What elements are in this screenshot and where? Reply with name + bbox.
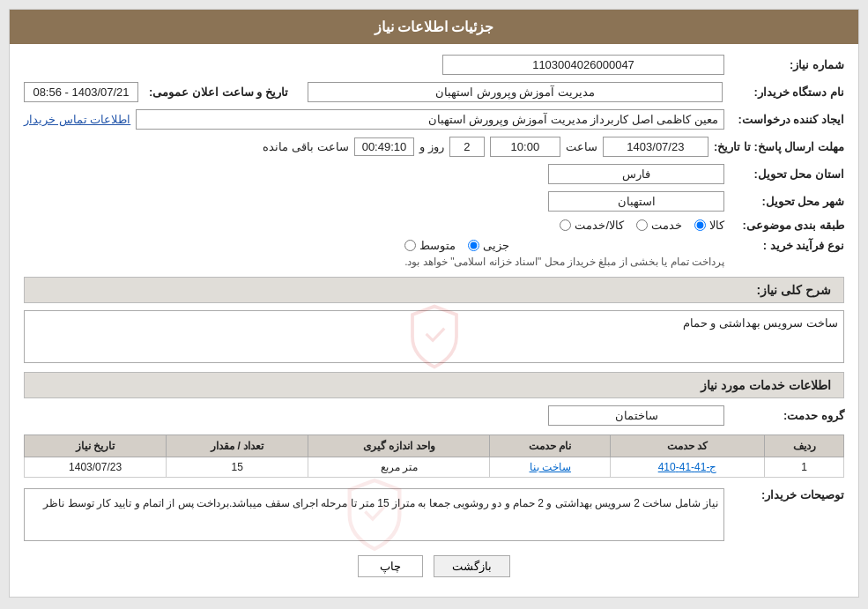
category-option-khadamat-label: خدمت bbox=[651, 219, 682, 232]
category-radio-kala-khadamat[interactable] bbox=[560, 219, 571, 231]
response-remaining-label: ساعت باقی مانده bbox=[263, 140, 348, 153]
cell-row-num: 1 bbox=[765, 457, 844, 478]
services-table: ردیف کد حدمت نام حدمت واحد اندازه گیری ت… bbox=[24, 434, 844, 478]
col-row-num: ردیف bbox=[765, 435, 844, 457]
category-radio-kala[interactable] bbox=[694, 219, 706, 231]
response-days: 2 bbox=[449, 137, 485, 157]
buyer-org-label: نام دستگاه خریدار: bbox=[730, 85, 844, 99]
category-label: طبقه بندی موضوعی: bbox=[730, 219, 844, 232]
response-days-label: روز و bbox=[419, 140, 444, 153]
service-group-label: گروه حدمت: bbox=[730, 409, 844, 422]
category-option-kala-label: کالا bbox=[709, 219, 724, 232]
category-option-kala-khadamat[interactable]: کالا/خدمت bbox=[560, 219, 624, 232]
service-group-value: ساختمان bbox=[548, 405, 724, 426]
purchase-type-medium-label: متوسط bbox=[419, 239, 456, 252]
purchase-type-radio-medium[interactable] bbox=[404, 240, 416, 251]
city-value: استهبان bbox=[548, 191, 724, 212]
cell-service-name[interactable]: ساخت بنا bbox=[490, 457, 611, 478]
back-button[interactable]: بازگشت bbox=[434, 555, 510, 577]
purchase-type-medium[interactable]: متوسط bbox=[404, 239, 456, 252]
announce-date-label: تاریخ و ساعت اعلان عمومی: bbox=[149, 85, 288, 99]
table-row: 1 ج-41-41-410 ساخت بنا متر مربع 15 1403/… bbox=[25, 457, 844, 478]
cell-service-code[interactable]: ج-41-41-410 bbox=[611, 457, 765, 478]
city-label: شهر محل تحویل: bbox=[730, 195, 844, 208]
category-option-khadamat[interactable]: خدمت bbox=[636, 219, 682, 232]
general-description-value: ساخت سرویس بهداشتی و حمام bbox=[683, 316, 838, 330]
col-date: تاریخ نیاز bbox=[25, 435, 167, 457]
need-number-label: شماره نیاز: bbox=[730, 58, 844, 71]
col-service-code: کد حدمت bbox=[611, 435, 765, 457]
creator-value: معین کاظمی اصل کاربرداز مدیریت آموزش وپر… bbox=[136, 109, 724, 130]
page-title: جزئیات اطلاعات نیاز bbox=[10, 10, 858, 44]
category-option-kala[interactable]: کالا bbox=[694, 219, 724, 232]
contact-link[interactable]: اطلاعات تماس خریدار bbox=[24, 113, 130, 126]
response-time: 10:00 bbox=[490, 137, 560, 157]
province-label: استان محل تحویل: bbox=[730, 167, 844, 181]
need-number-value: 1103004026000047 bbox=[442, 55, 724, 75]
purchase-type-partial-label: جزیی bbox=[483, 239, 509, 252]
cell-qty: 15 bbox=[167, 457, 308, 478]
col-unit: واحد اندازه گیری bbox=[308, 435, 490, 457]
general-description-section-header: شرح کلی نیاز: bbox=[24, 277, 844, 303]
purchase-type-partial[interactable]: جزیی bbox=[468, 239, 509, 252]
response-time-label: ساعت bbox=[566, 140, 597, 153]
action-buttons: بازگشت چاپ bbox=[24, 555, 844, 577]
province-value: فارس bbox=[548, 164, 724, 184]
purchase-type-radio-partial[interactable] bbox=[468, 240, 479, 251]
category-option-kala-khadamat-label: کالا/خدمت bbox=[575, 219, 624, 232]
shield-watermark-icon-2 bbox=[339, 478, 410, 553]
buyer-notes-area: نیاز شامل ساخت 2 سرویس بهداشتی و 2 حمام … bbox=[24, 488, 724, 541]
services-section-header: اطلاعات خدمات مورد نیاز bbox=[24, 372, 844, 398]
buyer-notes-value: نیاز شامل ساخت 2 سرویس بهداشتی و 2 حمام … bbox=[43, 497, 718, 509]
buyer-notes-label: توصیحات خریدار: bbox=[730, 488, 844, 501]
purchase-type-label: نوع فرآیند خرید : bbox=[730, 239, 844, 252]
category-radio-khadamat[interactable] bbox=[636, 219, 648, 231]
cell-unit: متر مربع bbox=[308, 457, 490, 478]
print-button[interactable]: چاپ bbox=[358, 555, 423, 577]
creator-label: ایجاد کننده درخواست: bbox=[730, 113, 844, 126]
response-date: 1403/07/23 bbox=[603, 137, 708, 157]
general-description-area: ساخت سرویس بهداشتی و حمام bbox=[24, 310, 844, 363]
response-deadline-label: مهلت ارسال پاسخ: تا تاریخ: bbox=[714, 140, 844, 153]
purchase-type-note: پرداخت تمام یا بخشی از مبلغ خریداز محل "… bbox=[404, 256, 724, 268]
shield-watermark-icon bbox=[404, 304, 465, 370]
buyer-org-value: مدیریت آموزش وپرورش استهبان bbox=[308, 82, 723, 102]
col-service-name: نام حدمت bbox=[490, 435, 611, 457]
col-qty: تعداد / مقدار bbox=[167, 435, 308, 457]
announce-date-value: 1403/07/21 - 08:56 bbox=[24, 82, 138, 102]
response-remaining: 00:49:10 bbox=[354, 137, 415, 156]
cell-date: 1403/07/23 bbox=[25, 457, 167, 478]
